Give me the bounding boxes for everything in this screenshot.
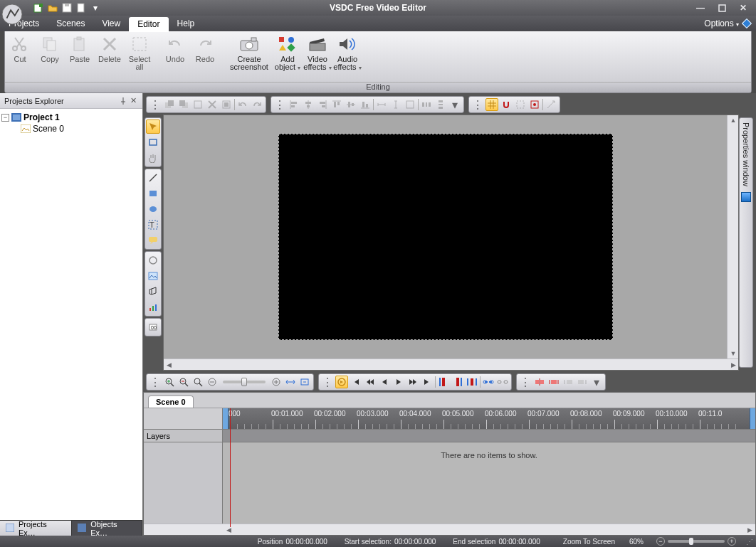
tree-scene-node[interactable]: Scene 0 [20, 123, 141, 134]
link-icon[interactable] [482, 376, 495, 388]
sb-zoom-label[interactable]: Zoom To Screen [563, 538, 615, 546]
minimize-button[interactable]: — [695, 2, 706, 14]
tab-objects-explorer[interactable]: Objects Ex… [72, 521, 142, 536]
properties-window-tab[interactable]: Properties window [739, 117, 753, 368]
zoom-fit-icon[interactable] [191, 376, 204, 388]
unlink-icon[interactable] [496, 376, 509, 388]
tooltip-tool-icon[interactable] [146, 233, 160, 248]
align-middle-icon[interactable] [345, 98, 357, 111]
loop-play-icon[interactable] [335, 376, 348, 388]
align-right-icon[interactable] [316, 98, 329, 111]
save-icon[interactable] [61, 2, 73, 14]
ellipse-shape-icon[interactable] [146, 202, 160, 216]
prev-frame-icon[interactable] [378, 376, 391, 388]
paste-button[interactable]: Paste [65, 31, 95, 82]
tb-handle-icon[interactable]: ⋮ [519, 376, 532, 388]
zoom-out-icon[interactable] [177, 376, 190, 388]
tb-handle-icon[interactable]: ⋮ [149, 98, 162, 111]
timeline-zoom-slider[interactable] [223, 381, 266, 383]
same-size-icon[interactable] [404, 98, 416, 111]
fit-width-icon[interactable] [284, 376, 297, 388]
zoom-slider[interactable] [668, 540, 725, 543]
rectangle-tool-icon[interactable] [146, 135, 160, 149]
align-left-icon[interactable] [288, 98, 300, 111]
menu-view[interactable]: View [93, 16, 129, 31]
clear-markers-icon[interactable] [466, 376, 478, 388]
help-diamond-icon[interactable] [742, 18, 752, 28]
distribute-v-icon[interactable] [434, 98, 447, 111]
open-folder-icon[interactable] [47, 2, 58, 14]
canvas-scrollbar-h[interactable]: ◀▶ [164, 359, 738, 370]
send-back-icon[interactable] [177, 98, 190, 111]
align-top-icon[interactable] [330, 98, 343, 111]
same-height-icon[interactable] [389, 98, 402, 111]
delete-button[interactable]: Delete [95, 31, 125, 82]
redo-button[interactable]: Redo [190, 31, 220, 82]
text-tool-icon[interactable]: T [146, 218, 160, 232]
layers-track[interactable] [223, 430, 755, 442]
tab-projects-explorer[interactable]: Projects Ex… [0, 521, 72, 536]
rect-shape-icon[interactable] [146, 186, 160, 201]
select-all-button[interactable]: Select all [125, 31, 154, 82]
select-tool-icon[interactable] [146, 120, 160, 134]
ruler-end-marker[interactable] [750, 408, 755, 429]
scroll-right-icon[interactable]: ▶ [728, 361, 738, 369]
scroll-down-icon[interactable]: ▼ [729, 349, 737, 359]
zoom-slider-plus-icon[interactable] [270, 376, 283, 388]
tb-undo-icon[interactable] [236, 98, 249, 111]
set-marker-in-icon[interactable] [437, 376, 450, 388]
ruler-start-marker[interactable] [223, 408, 229, 429]
align-center-h-icon[interactable] [302, 98, 315, 111]
audio-tool-icon[interactable] [146, 285, 160, 299]
guides-icon[interactable] [514, 98, 527, 111]
scroll-right-icon[interactable]: ▶ [744, 526, 755, 533]
timeline-scrollbar-h[interactable]: ◀ ▶ [144, 524, 755, 535]
show-grid-icon[interactable] [485, 98, 498, 111]
tb-handle-icon[interactable]: ⋮ [471, 98, 484, 111]
canvas-scrollbar-v[interactable]: ▲▼ [727, 115, 738, 359]
next-frame-icon[interactable] [392, 376, 405, 388]
close-button[interactable]: ✕ [737, 2, 749, 14]
add-object-button[interactable]: Add object ▾ [273, 31, 303, 82]
set-marker-out-icon[interactable] [451, 376, 464, 388]
scroll-left-icon[interactable]: ◀ [223, 526, 234, 533]
properties-icon[interactable] [220, 98, 233, 111]
app-logo[interactable] [0, 0, 24, 16]
goto-end-icon[interactable] [421, 376, 434, 388]
tree-project-node[interactable]: − Project 1 [1, 112, 141, 123]
align-drop-icon[interactable]: ▾ [448, 98, 461, 111]
timeline-scene-tab[interactable]: Scene 0 [148, 395, 194, 408]
snap-icon[interactable] [500, 98, 513, 111]
forward-icon[interactable] [406, 376, 419, 388]
align-bottom-icon[interactable] [359, 98, 372, 111]
rewind-icon[interactable] [364, 376, 377, 388]
crop-clip-icon[interactable] [547, 376, 560, 388]
undo-button[interactable]: Undo [160, 31, 190, 82]
chart-tool-icon[interactable] [146, 300, 160, 314]
scroll-left-icon[interactable]: ◀ [164, 361, 174, 369]
zoom-in-button[interactable]: + [728, 537, 736, 546]
new-document-icon[interactable] [75, 2, 87, 14]
tracks-area[interactable]: There are no items to show. [223, 442, 755, 524]
duplicate-icon[interactable] [191, 98, 204, 111]
trim-left-icon[interactable] [562, 376, 574, 388]
line-tool-icon[interactable] [146, 171, 160, 185]
fit-selection-icon[interactable] [298, 376, 311, 388]
cut-button[interactable]: Cut [5, 31, 35, 82]
distribute-h-icon[interactable] [420, 98, 433, 111]
zoom-in-icon[interactable] [163, 376, 176, 388]
counter-tool-icon[interactable]: 00 [146, 320, 160, 334]
menu-options[interactable]: Options ▾ [697, 16, 740, 31]
grip-icon[interactable]: ⋰ [746, 538, 752, 546]
cut-drop-icon[interactable]: ▾ [590, 376, 603, 388]
create-screenshot-button[interactable]: Create screenshot [226, 31, 273, 82]
canvas-stage[interactable] [164, 115, 727, 359]
circle-tool-icon[interactable] [146, 253, 160, 267]
copy-button[interactable]: Copy [35, 31, 65, 82]
maximize-button[interactable] [716, 2, 728, 14]
zoom-slider-minus-icon[interactable] [206, 376, 219, 388]
image-tool-icon[interactable] [146, 269, 160, 283]
qat-dropdown-icon[interactable]: ▾ [90, 2, 101, 14]
goto-start-icon[interactable] [350, 376, 362, 388]
menu-scenes[interactable]: Scenes [48, 16, 93, 31]
